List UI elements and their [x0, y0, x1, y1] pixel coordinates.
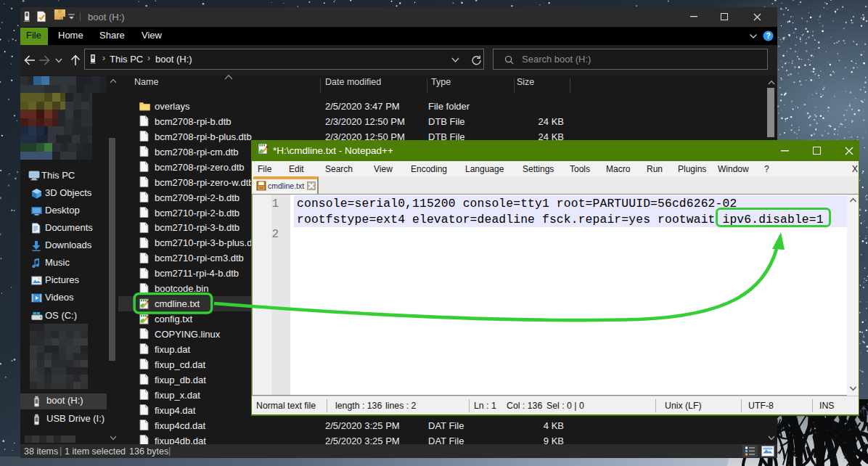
- svg-text:?: ?: [766, 32, 770, 40]
